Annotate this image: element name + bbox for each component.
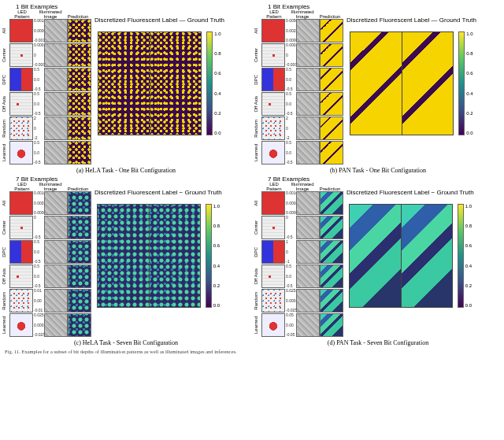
- ticks: 0.50.0-0.5: [33, 141, 44, 165]
- panel-c-caption: (c) HeLA Task - Seven Bit Configuration: [2, 339, 250, 346]
- ticks: 0.50.0-0.5: [33, 92, 44, 116]
- pred-thumb: [68, 141, 91, 165]
- ticks: 0.50.0-0.5: [33, 68, 44, 91]
- led-thumb: [9, 43, 33, 67]
- row-label-rand: Random: [2, 120, 9, 138]
- pred-thumb: [68, 43, 91, 67]
- row-label-dpc: DPC: [2, 75, 9, 85]
- led-thumb: [9, 92, 33, 116]
- panel-d-caption: (d) PAN Task - Seven Bit Configuration: [254, 339, 502, 346]
- panel-b-caption: (b) PAN Task - One Bit Configuration: [254, 167, 502, 174]
- pred-thumb: [68, 116, 91, 140]
- big-gt: [150, 31, 202, 135]
- illum-thumb: [44, 141, 68, 165]
- row-offaxis: Off Axis 0.50.0-0.5: [2, 92, 91, 116]
- row-center: Center 0.00010-0.0001: [2, 43, 91, 67]
- illum-thumb: [44, 19, 68, 43]
- led-thumb: [9, 68, 33, 91]
- big-label: [350, 31, 402, 135]
- illum-thumb: [44, 116, 68, 140]
- row-label-all: All: [2, 28, 9, 34]
- row-all: All 0.00150.0000-0.0015: [2, 19, 91, 43]
- big-label: [98, 31, 150, 135]
- illum-thumb: [44, 43, 68, 67]
- row-label-center: Center: [2, 48, 9, 62]
- colorbar: [206, 31, 213, 135]
- ticks: 20-2: [33, 116, 44, 140]
- illum-thumb: [44, 68, 68, 91]
- row-learned: Learned 0.50.0-0.5: [2, 141, 91, 165]
- row-dpc: DPC 0.50.0-0.5: [2, 68, 91, 91]
- row-label-off: Off Axis: [2, 96, 9, 113]
- led-thumb: [9, 116, 33, 140]
- colorbar-labels: 1.00.80.6 0.40.20.0: [214, 31, 220, 135]
- figure-caption: Fig. 11. Examples for a subset of bit de…: [2, 348, 502, 355]
- led-thumb: [9, 19, 33, 43]
- pred-thumb: [68, 19, 91, 43]
- led-thumb: [9, 141, 33, 165]
- panel-b-col-headers: LED Pattern Illuminated Image Prediction: [261, 11, 343, 19]
- panel-b: 1 Bit Examples LED Pattern Illuminated I…: [254, 3, 502, 174]
- row-random: Random 20-2: [2, 116, 91, 140]
- col-header-led: LED Pattern: [9, 9, 35, 19]
- ticks: 0.00010-0.0001: [33, 43, 44, 67]
- panel-c: 7 Bit Examples LED Pattern Illuminated I…: [2, 176, 250, 346]
- panel-a: 1 Bit Examples LED Pattern Illuminated I…: [2, 3, 250, 174]
- panel-d: 7 Bit Examples LED Pattern Illuminated I…: [254, 176, 502, 346]
- panel-a-caption: (a) HeLA Task - One Bit Configuration: [2, 167, 250, 174]
- pred-thumb: [68, 68, 91, 91]
- ticks: 0.00150.0000-0.0015: [33, 19, 44, 43]
- panel-a-col-headers: LED Pattern Illuminated Image Prediction: [9, 11, 91, 19]
- illum-thumb: [44, 92, 68, 116]
- pred-thumb: [68, 92, 91, 116]
- row-label-learn: Learned: [2, 144, 9, 161]
- panel-a-bigtitle: Discretized Fluorescent Label — Ground T…: [94, 17, 224, 31]
- figure-grid: 1 Bit Examples LED Pattern Illuminated I…: [2, 3, 502, 355]
- big-gt: [402, 31, 454, 135]
